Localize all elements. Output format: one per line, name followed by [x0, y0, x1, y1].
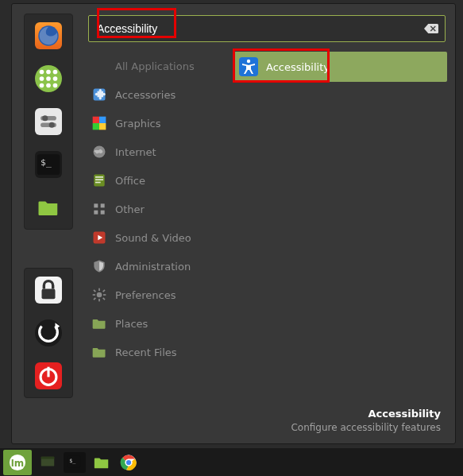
category-label: All Applications [115, 60, 195, 72]
svg-rect-40 [93, 289, 96, 292]
svg-point-13 [49, 122, 55, 128]
mint-menu-button[interactable]: lm [3, 450, 32, 475]
puzzle-icon [91, 87, 107, 103]
category-label: Administration [115, 261, 191, 273]
category-label: Places [115, 318, 148, 330]
svg-text:$_: $_ [69, 457, 75, 463]
category-administration[interactable]: Administration [88, 252, 230, 281]
globe-icon [91, 144, 107, 160]
categories-list: All ApplicationsAccessoriesGraphicsInter… [88, 52, 230, 402]
taskbar-desktop[interactable] [37, 452, 59, 473]
favorite-firefox[interactable] [35, 22, 62, 49]
search-field[interactable] [88, 15, 446, 42]
gear-icon [91, 287, 107, 303]
svg-point-5 [46, 76, 51, 81]
svg-rect-37 [98, 299, 100, 301]
category-graphics[interactable]: Graphics [88, 109, 230, 137]
svg-point-7 [40, 83, 44, 88]
category-label: Other [115, 203, 145, 215]
result-label: Accessibility [266, 61, 330, 73]
folder-icon [91, 344, 107, 360]
category-preferences[interactable]: Preferences [88, 281, 230, 309]
svg-rect-30 [94, 203, 98, 207]
svg-point-3 [53, 70, 58, 75]
folder-icon [91, 315, 107, 331]
favorite-terminal[interactable]: $_ [35, 151, 62, 178]
category-accessories[interactable]: Accessories [88, 80, 230, 109]
svg-point-8 [46, 83, 51, 88]
svg-rect-36 [98, 288, 100, 291]
favorite-apps[interactable] [35, 65, 62, 92]
category-sound-video[interactable]: Sound & Video [88, 223, 230, 252]
play-icon [91, 230, 107, 246]
category-label: Graphics [115, 118, 160, 130]
favorite-power[interactable] [35, 362, 62, 389]
category-places[interactable]: Places [88, 309, 230, 338]
footer-desc: Configure accessibility features [88, 421, 441, 434]
category-label: Accessories [115, 89, 176, 101]
svg-rect-21 [93, 117, 99, 123]
footer: Accessibility Configure accessibility fe… [88, 402, 447, 437]
footer-title: Accessibility [88, 407, 441, 421]
svg-point-9 [53, 83, 58, 88]
accessibility-icon [239, 57, 258, 76]
svg-rect-43 [102, 289, 106, 292]
shield-icon [91, 258, 107, 274]
svg-text:$_: $_ [41, 157, 52, 168]
category-label: Internet [115, 146, 156, 158]
category-internet[interactable]: Internet [88, 137, 230, 166]
svg-rect-31 [101, 203, 105, 207]
svg-text:lm: lm [11, 457, 25, 468]
svg-rect-27 [95, 176, 103, 178]
taskbar-files[interactable] [91, 452, 113, 473]
favorite-files[interactable] [33, 194, 64, 221]
taskbar-terminal[interactable]: $_ [64, 452, 86, 473]
results-list: Accessibility [230, 52, 447, 402]
taskbar: lm $_ [0, 448, 463, 476]
svg-rect-23 [93, 123, 99, 130]
svg-rect-41 [102, 297, 106, 300]
svg-rect-39 [103, 294, 106, 296]
favorite-logout[interactable] [35, 319, 62, 346]
favorite-settings[interactable] [35, 108, 62, 135]
taskbar-chrome[interactable] [118, 452, 140, 473]
sheet-icon [91, 172, 107, 188]
svg-rect-38 [93, 294, 95, 296]
category-label: Sound & Video [115, 232, 191, 244]
svg-rect-49 [41, 456, 55, 459]
svg-rect-16 [42, 289, 56, 300]
svg-rect-28 [95, 179, 103, 180]
menu-main: All ApplicationsAccessoriesGraphicsInter… [85, 4, 455, 443]
category-recent-files[interactable]: Recent Files [88, 338, 230, 366]
category-all-applications[interactable]: All Applications [88, 52, 230, 80]
svg-point-35 [97, 292, 102, 298]
grid-icon [91, 201, 107, 217]
svg-point-1 [40, 70, 44, 75]
svg-point-6 [53, 76, 58, 81]
svg-point-4 [40, 76, 44, 81]
svg-point-45 [247, 60, 250, 63]
category-other[interactable]: Other [88, 195, 230, 223]
svg-rect-42 [93, 297, 96, 300]
favorite-lock[interactable] [35, 277, 62, 304]
clear-icon[interactable] [424, 23, 438, 34]
category-label: Recent Files [115, 346, 177, 358]
svg-rect-22 [99, 117, 106, 123]
svg-point-2 [46, 70, 51, 75]
category-label: Office [115, 175, 145, 187]
palette-icon [91, 115, 107, 131]
result-accessibility[interactable]: Accessibility [233, 52, 447, 82]
category-label: Preferences [115, 289, 176, 301]
category-office[interactable]: Office [88, 166, 230, 195]
favorites-column: $_ [12, 4, 85, 443]
svg-rect-29 [95, 182, 101, 184]
svg-rect-33 [101, 211, 105, 215]
application-menu: $_ All ApplicationsAccessoriesGraphicsIn… [11, 3, 456, 444]
svg-rect-32 [94, 211, 98, 215]
svg-rect-24 [99, 123, 106, 130]
search-input[interactable] [97, 22, 416, 35]
svg-point-12 [42, 115, 48, 121]
